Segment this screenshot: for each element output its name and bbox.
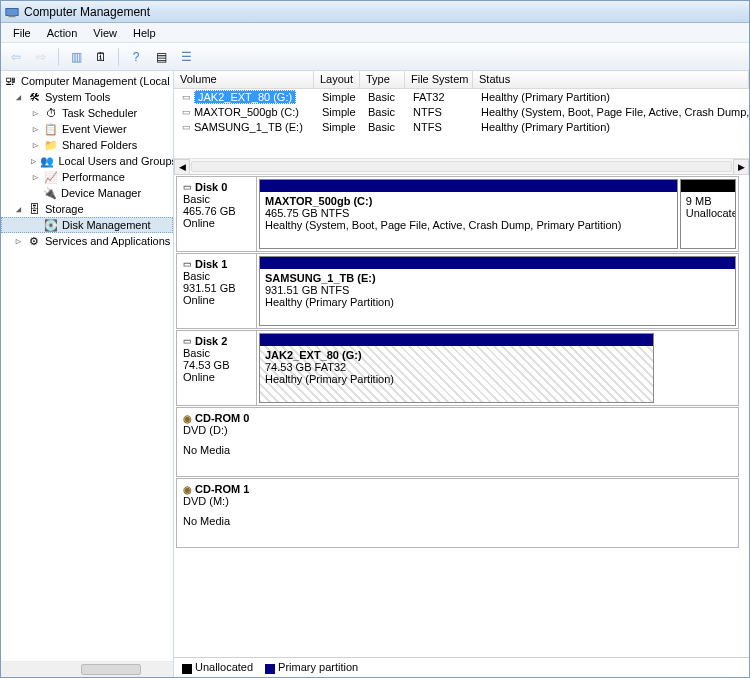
scroll-right-icon[interactable]: ▶ [733, 159, 749, 175]
services-icon: ⚙ [27, 234, 41, 248]
scrollbar-thumb[interactable] [81, 664, 141, 675]
legend-primary: Primary partition [265, 661, 358, 673]
volume-icon: ▭ [182, 107, 191, 117]
tree-shared-folders[interactable]: ▷ 📁 Shared Folders [1, 137, 173, 153]
collapse-icon[interactable]: ◢ [14, 204, 23, 214]
disk-row[interactable]: ▭Disk 1 Basic 931.51 GB Online SAMSUNG_1… [176, 253, 739, 329]
tree-device-manager[interactable]: 🔌 Device Manager [1, 185, 173, 201]
refresh-icon: 🗓 [95, 50, 107, 64]
event-icon: 📋 [44, 122, 58, 136]
volume-row[interactable]: ▭MAXTOR_500gb (C:) Simple Basic NTFS Hea… [174, 104, 749, 119]
toolbar: ⇦ ⇨ ▥ 🗓 ? ▤ ☰ [1, 43, 749, 71]
main-body: 🖳 Computer Management (Local ◢ 🛠 System … [1, 71, 749, 677]
expand-icon[interactable]: ▷ [31, 140, 40, 150]
tree-root[interactable]: 🖳 Computer Management (Local [1, 73, 173, 89]
arrow-left-icon: ⇦ [11, 50, 21, 64]
back-button[interactable]: ⇦ [5, 46, 27, 68]
col-type[interactable]: Type [360, 71, 405, 88]
title-text: Computer Management [24, 5, 150, 19]
volume-name: JAK2_EXT_80 (G:) [194, 90, 296, 104]
disk-label: ▭Disk 1 Basic 931.51 GB Online [177, 254, 257, 328]
partition-area: SAMSUNG_1_TB (E:) 931.51 GB NTFS Healthy… [257, 254, 738, 328]
tree-system-tools[interactable]: ◢ 🛠 System Tools [1, 89, 173, 105]
users-icon: 👥 [40, 154, 54, 168]
volume-list: ▭JAK2_EXT_80 (G:) Simple Basic FAT32 Hea… [174, 89, 749, 159]
tree-event-viewer[interactable]: ▷ 📋 Event Viewer [1, 121, 173, 137]
actions-button[interactable]: ▤ [150, 46, 172, 68]
partition-header [260, 180, 677, 192]
disk-label: ▭Disk 2 Basic 74.53 GB Online [177, 331, 257, 405]
volume-icon: ▭ [182, 122, 191, 132]
partition[interactable]: MAXTOR_500gb (C:) 465.75 GB NTFS Healthy… [259, 179, 678, 249]
disk-label: ▭Disk 0 Basic 465.76 GB Online [177, 177, 257, 251]
expand-icon[interactable]: ▷ [31, 108, 40, 118]
disk-row[interactable]: ▭Disk 2 Basic 74.53 GB Online JAK2_EXT_8… [176, 330, 739, 406]
tree-disk-management[interactable]: 💽 Disk Management [1, 217, 173, 233]
app-icon [5, 5, 19, 19]
menu-help[interactable]: Help [125, 25, 164, 41]
partition-header [260, 334, 653, 346]
refresh-button[interactable]: 🗓 [90, 46, 112, 68]
expand-icon[interactable]: ▷ [14, 236, 23, 246]
col-filesystem[interactable]: File System [405, 71, 473, 88]
forward-button[interactable]: ⇨ [30, 46, 52, 68]
volume-name: SAMSUNG_1_TB (E:) [194, 121, 303, 133]
cd-icon: ◉ [183, 484, 192, 495]
col-status[interactable]: Status [473, 71, 749, 88]
partition[interactable]: JAK2_EXT_80 (G:) 74.53 GB FAT32 Healthy … [259, 333, 654, 403]
disk-icon: ▭ [183, 259, 192, 269]
tools-icon: 🛠 [27, 90, 41, 104]
volume-row[interactable]: ▭SAMSUNG_1_TB (E:) Simple Basic NTFS Hea… [174, 119, 749, 134]
legend-unallocated: Unallocated [182, 661, 253, 673]
tree-services-applications[interactable]: ▷ ⚙ Services and Applications [1, 233, 173, 249]
volume-row[interactable]: ▭JAK2_EXT_80 (G:) Simple Basic FAT32 Hea… [174, 89, 749, 104]
computer-management-window: Computer Management File Action View Hel… [0, 0, 750, 678]
svg-rect-0 [6, 8, 18, 15]
expand-icon[interactable]: ▷ [31, 156, 36, 166]
partition-header [260, 257, 735, 269]
partition[interactable]: SAMSUNG_1_TB (E:) 931.51 GB NTFS Healthy… [259, 256, 736, 326]
help-button[interactable]: ? [125, 46, 147, 68]
help-icon: ? [133, 50, 140, 64]
arrow-right-icon: ⇨ [36, 50, 46, 64]
partition-header [681, 180, 735, 192]
separator [58, 48, 59, 66]
tree-storage[interactable]: ◢ 🗄 Storage [1, 201, 173, 217]
clock-icon: ⏱ [44, 106, 58, 120]
volume-name: MAXTOR_500gb (C:) [194, 106, 299, 118]
menu-action[interactable]: Action [39, 25, 86, 41]
collapse-icon[interactable]: ◢ [14, 92, 23, 102]
tree-task-scheduler[interactable]: ▷ ⏱ Task Scheduler [1, 105, 173, 121]
expand-icon[interactable]: ▷ [31, 124, 40, 134]
scroll-left-icon[interactable]: ◀ [174, 159, 190, 175]
disk-row[interactable]: ▭Disk 0 Basic 465.76 GB Online MAXTOR_50… [176, 176, 739, 252]
volume-icon: ▭ [182, 92, 191, 102]
volume-hscroll[interactable]: ◀ ▶ [174, 159, 749, 175]
cd-icon: ◉ [183, 413, 192, 424]
legend: Unallocated Primary partition [174, 657, 749, 677]
performance-icon: 📈 [44, 170, 58, 184]
nav-tree: 🖳 Computer Management (Local ◢ 🛠 System … [1, 71, 174, 677]
tree-performance[interactable]: ▷ 📈 Performance [1, 169, 173, 185]
expand-icon[interactable]: ▷ [31, 172, 40, 182]
storage-icon: 🗄 [27, 202, 41, 216]
more-button[interactable]: ☰ [175, 46, 197, 68]
menu-view[interactable]: View [85, 25, 125, 41]
col-layout[interactable]: Layout [314, 71, 360, 88]
menubar: File Action View Help [1, 23, 749, 43]
disk-row[interactable]: ◉CD-ROM 0 DVD (D:) No Media [176, 407, 739, 477]
scrollbar-track[interactable] [191, 161, 732, 172]
show-hide-tree-button[interactable]: ▥ [65, 46, 87, 68]
tree-hscroll[interactable] [1, 661, 173, 677]
disk-icon: ▭ [183, 182, 192, 192]
titlebar[interactable]: Computer Management [1, 1, 749, 23]
tree-local-users[interactable]: ▷ 👥 Local Users and Groups [1, 153, 173, 169]
menu-file[interactable]: File [5, 25, 39, 41]
folder-icon: 📁 [44, 138, 58, 152]
partition-unallocated[interactable]: 9 MB Unallocated [680, 179, 736, 249]
disk-graphical-view: ▭Disk 0 Basic 465.76 GB Online MAXTOR_50… [174, 175, 749, 657]
volume-table-header: Volume Layout Type File System Status [174, 71, 749, 89]
col-volume[interactable]: Volume [174, 71, 314, 88]
disk-row[interactable]: ◉CD-ROM 1 DVD (M:) No Media [176, 478, 739, 548]
list-icon: ☰ [181, 50, 192, 64]
